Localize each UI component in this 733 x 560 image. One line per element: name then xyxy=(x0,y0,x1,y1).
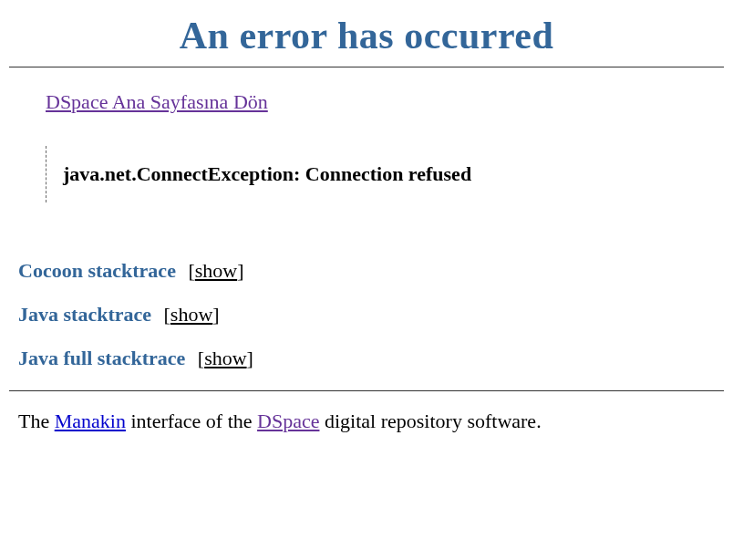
dspace-link[interactable]: DSpace xyxy=(257,410,319,432)
bracket-open: [ xyxy=(188,259,194,282)
show-java-full-link[interactable]: show xyxy=(204,347,246,369)
stacktrace-label: Cocoon stacktrace xyxy=(18,259,176,282)
stacktrace-java-full: Java full stacktrace [show] xyxy=(18,347,715,370)
error-box: java.net.ConnectException: Connection re… xyxy=(46,146,715,202)
footer-text-suffix: digital repository software. xyxy=(319,410,541,432)
stacktrace-label: Java stacktrace xyxy=(18,303,151,326)
divider-bottom xyxy=(9,390,724,391)
footer-text-mid: interface of the xyxy=(126,410,257,432)
bracket-close: ] xyxy=(247,347,253,369)
show-cocoon-link[interactable]: show xyxy=(195,259,237,282)
stacktrace-cocoon: Cocoon stacktrace [show] xyxy=(18,259,715,283)
footer-text-prefix: The xyxy=(18,410,55,432)
divider-top xyxy=(9,67,724,67)
show-java-link[interactable]: show xyxy=(170,303,212,326)
footer: The Manakin interface of the DSpace digi… xyxy=(9,400,724,442)
stacktrace-java: Java stacktrace [show] xyxy=(18,303,715,327)
stacktrace-section: Cocoon stacktrace [show] Java stacktrace… xyxy=(9,259,724,370)
bracket-close: ] xyxy=(237,259,243,282)
error-heading: An error has occurred xyxy=(9,14,724,57)
content-area: DSpace Ana Sayfasına Dön java.net.Connec… xyxy=(9,72,724,239)
error-message: java.net.ConnectException: Connection re… xyxy=(63,162,471,185)
home-link[interactable]: DSpace Ana Sayfasına Dön xyxy=(46,90,268,113)
bracket-close: ] xyxy=(212,303,219,326)
stacktrace-label: Java full stacktrace xyxy=(18,347,185,369)
bracket-open: [ xyxy=(164,303,170,326)
manakin-link[interactable]: Manakin xyxy=(55,410,126,432)
